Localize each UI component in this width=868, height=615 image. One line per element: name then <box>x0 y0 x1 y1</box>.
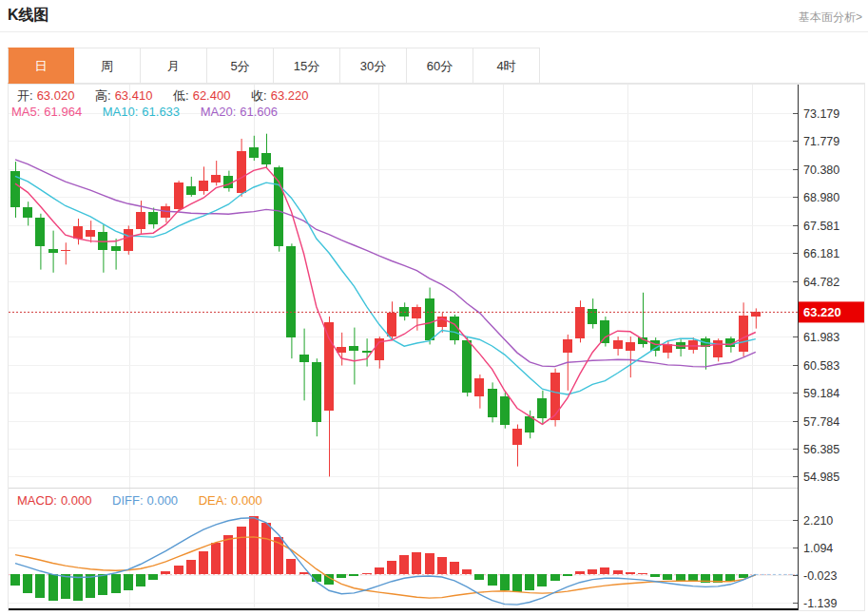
macd-axis-label: 2.210 <box>803 514 833 528</box>
macd-histogram-bar <box>73 574 83 600</box>
tab-15min[interactable]: 15分 <box>274 48 340 84</box>
macd-histogram-bar <box>35 574 45 598</box>
candle-body <box>550 373 560 420</box>
candle-body <box>23 207 32 218</box>
macd-histogram-bar <box>111 574 121 592</box>
price-axis-label: 59.184 <box>803 387 839 400</box>
candle-body <box>563 339 572 353</box>
candle-body <box>312 362 321 422</box>
macd-label: MACD: <box>17 493 57 508</box>
candle-body <box>148 212 158 225</box>
macd-histogram-bar <box>10 574 20 586</box>
macd-histogram-bar <box>739 574 748 577</box>
macd-histogram-bar <box>161 571 170 574</box>
tab-month[interactable]: 月 <box>141 48 207 84</box>
macd-histogram-bar <box>399 555 409 574</box>
macd-histogram-bar <box>588 569 597 574</box>
ma10-value: 61.633 <box>142 105 180 119</box>
macd-histogram-bar <box>425 553 434 574</box>
price-axis-label: 54.985 <box>803 471 839 484</box>
price-axis-label: 66.181 <box>803 247 839 260</box>
diff-value: 0.000 <box>147 493 179 508</box>
candle-body <box>136 212 145 229</box>
candle-body <box>387 313 396 336</box>
candle-body <box>425 298 434 340</box>
macd-histogram-bar <box>249 516 259 574</box>
macd-histogram-bar <box>23 574 32 592</box>
high-value: 63.410 <box>115 88 153 103</box>
candle-body <box>537 398 547 418</box>
low-label: 低: <box>173 88 189 103</box>
macd-histogram-bar <box>286 559 296 575</box>
price-axis-label: 73.179 <box>803 107 839 121</box>
candle-body <box>61 250 70 252</box>
last-price-badge-label: 63.220 <box>803 305 841 319</box>
tab-5min[interactable]: 5分 <box>207 48 274 84</box>
macd-axis-label: -0.023 <box>803 569 837 583</box>
candle-body <box>739 316 748 352</box>
macd-histogram-bar <box>563 574 572 576</box>
candle-body <box>286 246 296 337</box>
price-axis-label: 68.980 <box>803 191 839 204</box>
ma5-line <box>15 167 756 424</box>
candle-body <box>488 389 497 417</box>
ma5-value: 61.964 <box>44 105 82 119</box>
tab-60min[interactable]: 60分 <box>407 48 473 84</box>
macd-histogram-bar <box>575 571 585 574</box>
candle-body <box>261 153 271 165</box>
candle-body <box>35 218 45 246</box>
low-value: 62.400 <box>193 88 231 103</box>
macd-readout: MACD:0.000 DIFF:0.000 DEA:0.000 <box>17 493 266 508</box>
candle-body <box>174 183 183 208</box>
candle-body <box>399 307 409 317</box>
ohlc-readout: 开:63.020 高:63.410 低:62.400 收:63.220 <box>17 87 312 105</box>
macd-histogram-bar <box>474 574 484 580</box>
kline-chart-container: 73.17971.77970.38068.98067.58166.18164.7… <box>8 84 865 611</box>
kline-chart-canvas[interactable]: 73.17971.77970.38068.98067.58166.18164.7… <box>9 85 864 610</box>
ma20-line <box>15 160 756 367</box>
candle-body <box>161 206 170 218</box>
candle-body <box>124 229 133 251</box>
macd-histogram-bar <box>412 552 421 574</box>
candle-body <box>48 249 58 253</box>
dea-value: 0.000 <box>231 493 262 508</box>
title-divider <box>0 31 868 32</box>
macd-axis-label: -1.139 <box>803 597 837 610</box>
candle-body <box>688 340 698 349</box>
macd-histogram-bar <box>650 574 660 577</box>
macd-histogram-bar <box>626 572 635 575</box>
macd-histogram-bar <box>488 574 497 586</box>
macd-histogram-bar <box>600 567 609 575</box>
macd-histogram-bar <box>61 574 70 599</box>
candle-body <box>274 167 283 246</box>
close-label: 收: <box>251 88 267 103</box>
macd-histogram-bar <box>537 574 547 586</box>
candle-body <box>600 320 609 343</box>
candle-body <box>512 429 522 445</box>
page-title: K线图 <box>8 6 49 26</box>
macd-histogram-bar <box>638 573 647 574</box>
candle-body <box>249 147 259 158</box>
candle-body <box>186 186 196 194</box>
macd-histogram-bar <box>124 574 133 590</box>
macd-histogram-bar <box>349 574 358 575</box>
candle-body <box>575 307 585 339</box>
macd-axis-label: 1.094 <box>803 542 833 555</box>
high-label: 高: <box>95 88 111 103</box>
tab-week[interactable]: 周 <box>74 48 141 84</box>
fundamental-analysis-link[interactable]: 基本面分析> <box>799 10 862 26</box>
candle-body <box>237 151 246 193</box>
candle-body <box>324 322 334 410</box>
x-axis-baseline <box>9 608 798 610</box>
tab-4hour[interactable]: 4时 <box>473 48 540 84</box>
macd-histogram-bar <box>261 523 271 575</box>
macd-histogram-bar <box>299 572 309 575</box>
macd-histogram-bar <box>663 574 672 580</box>
candle-body <box>211 175 221 183</box>
dea-label: DEA: <box>199 493 227 508</box>
diff-line <box>15 518 756 605</box>
tab-30min[interactable]: 30分 <box>340 48 407 84</box>
candle-body <box>588 309 597 325</box>
candle-body <box>86 230 95 237</box>
tab-day[interactable]: 日 <box>8 48 74 84</box>
